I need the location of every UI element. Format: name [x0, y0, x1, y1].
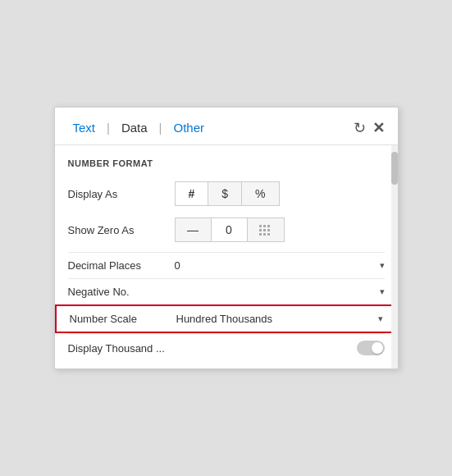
panel-body: NUMBER FORMAT Display As # $ % Show Zero… — [55, 145, 398, 368]
decimal-places-value: 0 — [175, 259, 180, 272]
zero-dash-btn[interactable]: — — [176, 218, 212, 241]
negative-no-label: Negative No. — [68, 286, 175, 298]
show-zero-as-row: Show Zero As — 0 — [68, 216, 385, 244]
close-icon[interactable]: ✕ — [372, 119, 385, 137]
display-as-control: # $ % — [175, 181, 385, 206]
toggle-knob — [372, 342, 383, 354]
show-zero-as-control: — 0 — [175, 217, 385, 242]
display-as-btn-group: # $ % — [175, 181, 280, 206]
negative-no-row: Negative No. ▾ — [68, 278, 385, 304]
scrollbar-thumb[interactable] — [391, 152, 398, 185]
zero-grid-btn[interactable] — [248, 218, 284, 241]
scrollbar-track — [391, 145, 398, 368]
tab-data[interactable]: Data — [116, 117, 153, 138]
number-scale-control: Hundred Thousands ▾ — [176, 313, 383, 325]
zero-zero-btn[interactable]: 0 — [212, 218, 248, 241]
tab-text[interactable]: Text — [68, 117, 101, 138]
decimal-places-row: Decimal Places 0 ▾ — [68, 252, 385, 278]
negative-no-control: ▾ — [175, 286, 385, 297]
display-as-dollar-btn[interactable]: $ — [208, 182, 242, 205]
number-scale-value: Hundred Thousands — [176, 313, 375, 325]
display-thousand-label: Display Thousand ... — [68, 342, 165, 355]
grid-icon — [259, 225, 272, 236]
section-title: NUMBER FORMAT — [68, 158, 385, 168]
display-thousand-row: Display Thousand ... — [68, 333, 385, 359]
display-as-label: Display As — [68, 188, 175, 200]
display-as-row: Display As # $ % — [68, 180, 385, 208]
tab-other[interactable]: Other — [169, 117, 210, 138]
display-as-hash-btn[interactable]: # — [176, 182, 209, 205]
refresh-icon[interactable]: ↻ — [354, 119, 366, 137]
decimal-places-label: Decimal Places — [68, 259, 175, 272]
tab-divider-2: | — [159, 121, 162, 135]
number-scale-label: Number Scale — [70, 313, 176, 325]
decimal-places-control: 0 ▾ — [175, 259, 385, 272]
show-zero-as-label: Show Zero As — [68, 224, 175, 236]
tab-bar: Text | Data | Other ↻ ✕ — [55, 108, 398, 145]
properties-panel: Text | Data | Other ↻ ✕ NUMBER FORMAT Di… — [54, 107, 399, 369]
display-thousand-toggle[interactable] — [357, 341, 385, 355]
display-as-percent-btn[interactable]: % — [242, 182, 278, 205]
decimal-places-chevron[interactable]: ▾ — [380, 260, 385, 271]
show-zero-as-btn-group: — 0 — [175, 217, 285, 242]
number-scale-chevron[interactable]: ▾ — [378, 314, 383, 324]
negative-no-chevron[interactable]: ▾ — [380, 286, 385, 297]
tab-divider-1: | — [107, 121, 110, 135]
tab-bar-actions: ↻ ✕ — [354, 119, 385, 137]
number-scale-row: Number Scale Hundred Thousands ▾ — [55, 304, 398, 333]
